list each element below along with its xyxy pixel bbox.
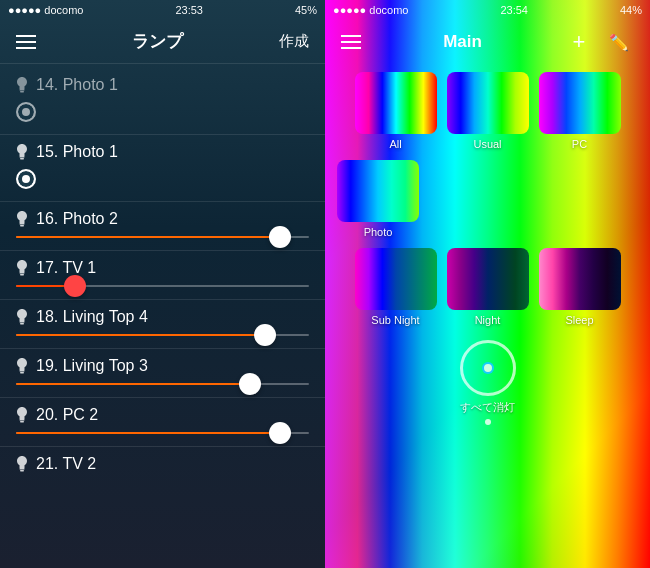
svg-rect-10 bbox=[20, 370, 25, 372]
card-label-pc: PC bbox=[572, 138, 587, 150]
swatch-subnight bbox=[355, 248, 437, 310]
card-label-usual: Usual bbox=[473, 138, 501, 150]
svg-rect-3 bbox=[20, 158, 24, 160]
lamp-list: 14. Photo 1 15. Photo 1 bbox=[0, 64, 325, 568]
svg-rect-5 bbox=[20, 225, 24, 227]
right-panel: ●●●●● docomo 23:54 44% Main + ✏️ All bbox=[325, 0, 650, 568]
svg-rect-7 bbox=[20, 274, 24, 276]
list-item: 16. Photo 2 bbox=[0, 202, 325, 250]
swatch-sleep bbox=[539, 248, 621, 310]
slider-row-18[interactable] bbox=[16, 330, 309, 344]
slider-row-15[interactable] bbox=[16, 165, 309, 197]
svg-rect-15 bbox=[20, 470, 24, 472]
page-indicator bbox=[485, 419, 491, 425]
left-nav-action[interactable]: 作成 bbox=[279, 32, 309, 51]
slider-track-18[interactable] bbox=[16, 334, 309, 336]
svg-rect-9 bbox=[20, 323, 24, 325]
list-item: 19. Living Top 3 bbox=[0, 349, 325, 397]
radio-btn-15[interactable] bbox=[16, 169, 36, 189]
bulb-icon bbox=[16, 407, 28, 423]
slider-track-17[interactable] bbox=[16, 285, 309, 287]
slider-row-17[interactable] bbox=[16, 281, 309, 295]
card-label-photo: Photo bbox=[364, 226, 393, 238]
card-label-sleep: Sleep bbox=[565, 314, 593, 326]
scene-grid: All Usual PC Photo bbox=[325, 64, 650, 568]
list-item: 18. Living Top 4 bbox=[0, 300, 325, 348]
slider-row-20[interactable] bbox=[16, 428, 309, 442]
swatch-night bbox=[447, 248, 529, 310]
item-label-14: 14. Photo 1 bbox=[36, 76, 118, 94]
card-night[interactable]: Night bbox=[447, 248, 529, 326]
left-status-bar: ●●●●● docomo 23:53 45% bbox=[0, 0, 325, 20]
grid-row-2: Photo bbox=[337, 160, 638, 238]
svg-rect-8 bbox=[20, 321, 25, 323]
hamburger-menu[interactable] bbox=[16, 35, 36, 49]
item-label-21: 21. TV 2 bbox=[36, 455, 96, 473]
slider-track-16[interactable] bbox=[16, 236, 309, 238]
list-item: 14. Photo 1 bbox=[0, 68, 325, 134]
item-label-20: 20. PC 2 bbox=[36, 406, 98, 424]
power-off-button[interactable] bbox=[460, 340, 516, 396]
bulb-icon bbox=[16, 211, 28, 227]
card-photo[interactable]: Photo bbox=[337, 160, 419, 238]
swatch-all bbox=[355, 72, 437, 134]
right-hamburger-menu[interactable] bbox=[341, 35, 361, 49]
card-label-night: Night bbox=[475, 314, 501, 326]
bulb-icon bbox=[16, 260, 28, 276]
card-all[interactable]: All bbox=[355, 72, 437, 150]
svg-rect-14 bbox=[20, 468, 25, 470]
item-label-19: 19. Living Top 3 bbox=[36, 357, 148, 375]
left-nav-title: ランプ bbox=[132, 30, 183, 53]
svg-rect-12 bbox=[20, 419, 25, 421]
grid-row-1: All Usual PC bbox=[337, 72, 638, 150]
bulb-icon bbox=[16, 77, 28, 93]
slider-track-19[interactable] bbox=[16, 383, 309, 385]
right-battery: 44% bbox=[620, 4, 642, 16]
item-label-16: 16. Photo 2 bbox=[36, 210, 118, 228]
item-label-15: 15. Photo 1 bbox=[36, 143, 118, 161]
left-carrier: ●●●●● docomo bbox=[8, 4, 83, 16]
list-item: 15. Photo 1 bbox=[0, 135, 325, 201]
slider-row-19[interactable] bbox=[16, 379, 309, 393]
left-panel: ●●●●● docomo 23:53 45% ランプ 作成 14. Photo … bbox=[0, 0, 325, 568]
slider-track-20[interactable] bbox=[16, 432, 309, 434]
add-button[interactable]: + bbox=[564, 29, 594, 55]
card-sleep[interactable]: Sleep bbox=[539, 248, 621, 326]
right-status-bar: ●●●●● docomo 23:54 44% bbox=[325, 0, 650, 20]
swatch-photo bbox=[337, 160, 419, 222]
swatch-usual bbox=[447, 72, 529, 134]
slider-row-14[interactable] bbox=[16, 98, 309, 130]
card-subnight[interactable]: Sub Night bbox=[355, 248, 437, 326]
svg-rect-6 bbox=[20, 272, 25, 274]
bulb-icon bbox=[16, 456, 28, 472]
bulb-icon bbox=[16, 358, 28, 374]
power-dot bbox=[482, 362, 494, 374]
power-off-section: すべて消灯 bbox=[337, 336, 638, 437]
right-nav-title: Main bbox=[361, 32, 564, 52]
bulb-icon bbox=[16, 144, 28, 160]
edit-button[interactable]: ✏️ bbox=[604, 33, 634, 52]
left-nav-bar: ランプ 作成 bbox=[0, 20, 325, 64]
power-label: すべて消灯 bbox=[460, 400, 515, 415]
svg-rect-1 bbox=[20, 91, 24, 93]
radio-btn-14[interactable] bbox=[16, 102, 36, 122]
list-item: 21. TV 2 bbox=[0, 447, 325, 481]
grid-row-3: Sub Night Night Sleep bbox=[337, 248, 638, 326]
right-time: 23:54 bbox=[500, 4, 528, 16]
card-label-all: All bbox=[389, 138, 401, 150]
left-battery: 45% bbox=[295, 4, 317, 16]
svg-rect-11 bbox=[20, 372, 24, 374]
list-item: 20. PC 2 bbox=[0, 398, 325, 446]
card-pc[interactable]: PC bbox=[539, 72, 621, 150]
right-carrier: ●●●●● docomo bbox=[333, 4, 408, 16]
item-label-18: 18. Living Top 4 bbox=[36, 308, 148, 326]
bulb-icon bbox=[16, 309, 28, 325]
list-item: 17. TV 1 bbox=[0, 251, 325, 299]
svg-rect-2 bbox=[20, 156, 25, 158]
slider-row-16[interactable] bbox=[16, 232, 309, 246]
svg-rect-13 bbox=[20, 421, 24, 423]
right-nav-bar: Main + ✏️ bbox=[325, 20, 650, 64]
card-label-subnight: Sub Night bbox=[371, 314, 419, 326]
svg-rect-4 bbox=[20, 223, 25, 225]
card-usual[interactable]: Usual bbox=[447, 72, 529, 150]
